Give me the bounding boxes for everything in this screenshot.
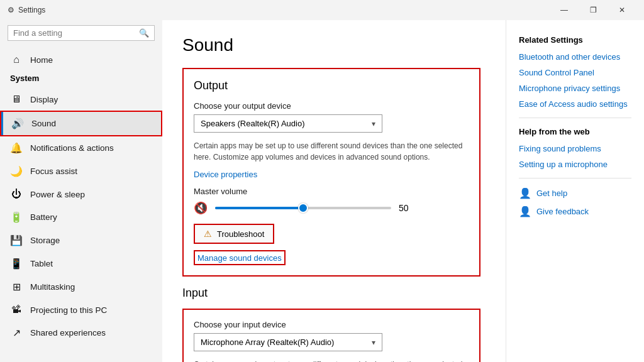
app-name: Settings: [18, 6, 45, 14]
input-device-dropdown[interactable]: Microphone Array (Realtek(R) Audio) ▾: [194, 333, 382, 351]
manage-link-box: Manage sound devices: [194, 250, 286, 265]
help-link-fixing[interactable]: Fixing sound problems: [519, 144, 631, 153]
volume-thumb: [298, 203, 308, 213]
minimize-button[interactable]: —: [550, 0, 579, 20]
power-icon: ⏻: [10, 189, 23, 200]
multitasking-icon: ⊞: [10, 281, 23, 293]
sidebar-item-tablet[interactable]: 📱 Tablet: [0, 252, 162, 275]
get-help-icon: 👤: [519, 187, 531, 199]
volume-value: 50: [399, 203, 416, 213]
battery-icon: 🔋: [10, 211, 23, 223]
right-panel: Related Settings Bluetooth and other dev…: [506, 20, 644, 362]
related-link-ease[interactable]: Ease of Access audio settings: [519, 99, 631, 109]
sidebar-item-battery[interactable]: 🔋 Battery: [0, 206, 162, 229]
sidebar-item-label: Tablet: [30, 259, 53, 268]
maximize-button[interactable]: ❐: [579, 0, 608, 20]
input-section: Input Choose your input device Microphon…: [182, 287, 480, 362]
dropdown-arrow-icon: ▾: [372, 338, 375, 347]
sidebar-item-focus[interactable]: 🌙 Focus assist: [0, 160, 162, 183]
sidebar-item-label: Multitasking: [30, 282, 75, 292]
sidebar-item-home[interactable]: ⌂ Home: [0, 48, 162, 71]
divider-2: [519, 178, 631, 178]
volume-row: 🔇 50: [194, 201, 469, 215]
storage-icon: 💾: [10, 234, 23, 246]
related-link-microphone[interactable]: Microphone privacy settings: [519, 84, 631, 93]
related-link-bluetooth[interactable]: Bluetooth and other devices: [519, 52, 631, 62]
input-title: Input: [182, 287, 480, 300]
close-button[interactable]: ✕: [608, 0, 636, 20]
dropdown-arrow-icon: ▾: [372, 119, 375, 128]
manage-sound-link[interactable]: Manage sound devices: [197, 253, 282, 263]
sidebar-item-label: Home: [30, 55, 53, 65]
volume-fill: [215, 207, 303, 209]
sidebar-item-sound[interactable]: 🔊 Sound: [0, 111, 162, 136]
input-device-value: Microphone Array (Realtek(R) Audio): [201, 337, 334, 347]
volume-slider[interactable]: [215, 207, 391, 209]
related-link-sound-panel[interactable]: Sound Control Panel: [519, 68, 631, 77]
projecting-icon: 📽: [10, 304, 23, 315]
search-box[interactable]: 🔍: [8, 25, 155, 41]
mute-icon[interactable]: 🔇: [194, 201, 208, 215]
app-body: 🔍 ⌂ Home System 🖥 Display 🔊 Sound 🔔 Noti…: [0, 20, 644, 362]
give-feedback-row[interactable]: 👤 Give feedback: [519, 206, 631, 217]
device-properties-link[interactable]: Device properties: [194, 170, 257, 179]
sound-icon: 🔊: [11, 118, 24, 129]
give-feedback-icon: 👤: [519, 206, 531, 217]
sidebar: 🔍 ⌂ Home System 🖥 Display 🔊 Sound 🔔 Noti…: [0, 20, 162, 362]
sidebar-item-label: Shared experiences: [30, 328, 106, 337]
output-choose-label: Choose your output device: [194, 101, 469, 111]
get-help-row[interactable]: 👤 Get help: [519, 187, 631, 199]
sidebar-item-label: Focus assist: [30, 167, 77, 176]
search-input[interactable]: [13, 28, 135, 38]
output-section: Output Choose your output device Speaker…: [182, 68, 480, 277]
tablet-icon: 📱: [10, 258, 23, 270]
output-info-text: Certain apps may be set up to use differ…: [194, 140, 469, 163]
get-help-link[interactable]: Get help: [536, 189, 567, 198]
settings-icon: ⚙: [8, 6, 14, 14]
troubleshoot-label: Troubleshoot: [217, 229, 264, 239]
home-icon: ⌂: [10, 54, 23, 65]
input-info-text: Certain apps may be set up to use differ…: [194, 359, 469, 362]
focus-icon: 🌙: [10, 165, 23, 177]
volume-label: Master volume: [194, 187, 469, 196]
troubleshoot-button[interactable]: ⚠ Troubleshoot: [194, 224, 274, 244]
sidebar-item-multitasking[interactable]: ⊞ Multitasking: [0, 275, 162, 299]
titlebar-controls: — ❐ ✕: [550, 0, 636, 20]
input-box: Choose your input device Microphone Arra…: [182, 309, 480, 362]
divider: [519, 118, 631, 118]
related-settings-title: Related Settings: [519, 35, 631, 45]
sidebar-item-display[interactable]: 🖥 Display: [0, 88, 162, 111]
sidebar-item-label: Projecting to this PC: [30, 305, 107, 315]
sidebar-item-label: Sound: [31, 119, 56, 128]
warning-icon: ⚠: [204, 229, 212, 239]
sidebar-item-projecting[interactable]: 📽 Projecting to this PC: [0, 299, 162, 321]
sidebar-item-power[interactable]: ⏻ Power & sleep: [0, 183, 162, 206]
notifications-icon: 🔔: [10, 142, 23, 154]
output-title: Output: [194, 79, 469, 92]
help-link-microphone[interactable]: Setting up a microphone: [519, 160, 631, 169]
search-icon: 🔍: [139, 28, 149, 38]
system-label: System: [0, 71, 162, 88]
sidebar-item-storage[interactable]: 💾 Storage: [0, 229, 162, 252]
sidebar-item-label: Battery: [30, 212, 57, 222]
sidebar-item-label: Power & sleep: [30, 190, 85, 199]
display-icon: 🖥: [10, 94, 23, 105]
titlebar: ⚙ Settings — ❐ ✕: [0, 0, 644, 20]
output-device-value: Speakers (Realtek(R) Audio): [201, 119, 304, 128]
main-content: Sound Output Choose your output device S…: [162, 20, 506, 362]
sidebar-item-label: Storage: [30, 236, 60, 245]
give-feedback-link[interactable]: Give feedback: [536, 207, 589, 216]
help-title: Help from the web: [519, 127, 631, 136]
sidebar-item-shared[interactable]: ↗ Shared experiences: [0, 321, 162, 344]
page-title: Sound: [182, 35, 480, 55]
sidebar-item-label: Display: [30, 95, 58, 104]
sidebar-item-notifications[interactable]: 🔔 Notifications & actions: [0, 136, 162, 160]
titlebar-left: ⚙ Settings: [8, 6, 45, 14]
output-device-dropdown[interactable]: Speakers (Realtek(R) Audio) ▾: [194, 114, 382, 133]
shared-icon: ↗: [10, 327, 23, 339]
input-choose-label: Choose your input device: [194, 320, 469, 329]
sidebar-item-label: Notifications & actions: [30, 143, 114, 153]
